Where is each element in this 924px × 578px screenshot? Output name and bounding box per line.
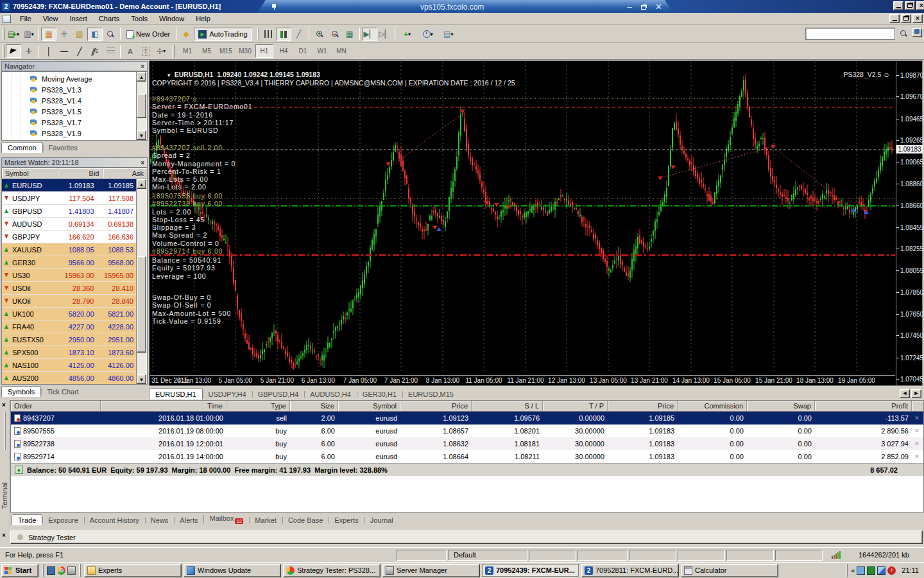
- search-icon[interactable]: [900, 30, 907, 39]
- timeframe-mn[interactable]: MN: [332, 44, 350, 58]
- chart-shift-button[interactable]: ▷▏: [377, 28, 393, 41]
- data-window-button[interactable]: ✛: [56, 28, 72, 41]
- navigator-item[interactable]: Moving Average: [2, 73, 135, 84]
- terminal-column-size[interactable]: Size: [290, 401, 338, 411]
- scroll-down-icon[interactable]: ▼: [137, 374, 146, 384]
- new-order-button[interactable]: + New Order: [123, 28, 174, 41]
- terminal-tab-news[interactable]: News: [145, 515, 175, 525]
- scroll-thumb[interactable]: [137, 94, 146, 118]
- vertical-line-button[interactable]: │: [41, 44, 56, 58]
- terminal-button[interactable]: ◧: [87, 28, 103, 41]
- navigator-item[interactable]: PS328_V1.7: [2, 117, 135, 128]
- menu-tools[interactable]: Tools: [126, 13, 153, 24]
- chart-plot[interactable]: ▼ EURUSD,H1 1.09240 1.09242 1.09145 1.09…: [150, 62, 895, 374]
- templates-button[interactable]: ▤▾: [438, 28, 459, 41]
- chart-tab-usdjpy-h4[interactable]: USDJPY,H4: [203, 389, 252, 399]
- terminal-tab-market[interactable]: Market: [249, 515, 282, 525]
- status-profile[interactable]: Default: [448, 550, 527, 561]
- candlestick-button[interactable]: [276, 28, 291, 41]
- terminal-column-tp[interactable]: T / P: [543, 401, 608, 411]
- terminal-tab-trade[interactable]: Trade: [12, 514, 42, 525]
- taskbar-button[interactable]: Calculator: [681, 564, 778, 577]
- column-symbol[interactable]: Symbol: [2, 168, 58, 178]
- timeframe-m1[interactable]: M1: [178, 44, 196, 58]
- community-button[interactable]: [912, 28, 922, 37]
- terminal-column-price[interactable]: Price: [400, 401, 472, 411]
- column-bid[interactable]: Bid: [58, 168, 103, 178]
- navigator-button[interactable]: ▨: [72, 28, 87, 41]
- text-button[interactable]: A: [123, 44, 138, 58]
- chart-tab-audusd-h4[interactable]: AUDUSD,H4: [304, 389, 357, 399]
- market-watch-row[interactable]: AUDUSD0.691340.69138: [2, 218, 137, 231]
- zoom-in-button[interactable]: +: [311, 28, 327, 41]
- periods-button[interactable]: ▾: [418, 28, 438, 41]
- terminal-tab-alerts[interactable]: Alerts: [174, 515, 203, 525]
- strategy-tester-button[interactable]: [103, 28, 118, 41]
- tray-icon-1[interactable]: [857, 566, 865, 575]
- order-row[interactable]: 894372072016.01.18 01:00:00sell2.00eurus…: [11, 412, 923, 425]
- crosshair-button[interactable]: ✛: [21, 44, 37, 58]
- search-input[interactable]: [805, 28, 895, 40]
- chart-close-button[interactable]: ×: [912, 14, 923, 23]
- market-watch-row[interactable]: GER309566.009568.00: [2, 256, 137, 269]
- menu-charts[interactable]: Charts: [94, 13, 124, 24]
- show-desktop-icon[interactable]: [47, 566, 55, 575]
- tab-favorites[interactable]: Favorites: [43, 143, 83, 153]
- timeframe-w1[interactable]: W1: [313, 44, 331, 58]
- order-row[interactable]: 895297142016.01.19 14:00:00buy6.00eurusd…: [11, 450, 923, 463]
- terminal-tab-account-history[interactable]: Account History: [84, 515, 145, 525]
- bar-chart-button[interactable]: [261, 28, 276, 41]
- menu-file[interactable]: File: [15, 13, 37, 24]
- timeframe-d1[interactable]: D1: [294, 44, 312, 58]
- taskbar-button[interactable]: Strategy Tester: PS328...: [283, 564, 381, 577]
- browser-icon[interactable]: [57, 566, 65, 575]
- market-watch-row[interactable]: GBPJPY166.620166.636: [2, 231, 137, 243]
- market-watch-row[interactable]: EURUSD1.091831.09185: [2, 179, 137, 192]
- market-watch-row[interactable]: EUSTX502950.002951.00: [2, 333, 137, 346]
- timeframe-h1[interactable]: H1: [255, 44, 273, 58]
- strategy-tester-label[interactable]: Strategy Tester: [28, 534, 76, 541]
- market-watch-row[interactable]: US3015963.0015965.00: [2, 269, 137, 282]
- metaeditor-button[interactable]: ◆: [178, 28, 194, 41]
- taskbar-button[interactable]: 270952439: FXCM-EUR...: [482, 564, 579, 577]
- terminal-tab-experts[interactable]: Experts: [329, 515, 364, 525]
- market-watch-row[interactable]: XAUUSD1088.051088.53: [2, 243, 137, 256]
- chart-tab-ger30-h1[interactable]: GER30,H1: [357, 389, 402, 399]
- indicators-button[interactable]: +▾: [397, 28, 418, 41]
- menu-insert[interactable]: Insert: [64, 13, 92, 24]
- market-watch-row[interactable]: UK1005820.005821.00: [2, 308, 137, 320]
- profiles-button[interactable]: ▥▾: [21, 28, 37, 41]
- chart-tab-gbpusd-h4[interactable]: GBPUSD,H4: [252, 389, 305, 399]
- market-watch-row[interactable]: AUS2004856.004860.00: [2, 372, 137, 385]
- rdp-minimize-button[interactable]: ─: [627, 3, 632, 11]
- market-watch-scrollbar[interactable]: ▲ ▼: [136, 179, 146, 384]
- chart-tab-eurusd-h1[interactable]: EURUSD,H1: [149, 389, 203, 399]
- taskbar-button[interactable]: Windows Update: [184, 564, 281, 577]
- terminal-column-sl[interactable]: S / L: [472, 401, 543, 411]
- tester-collapse-icon[interactable]: [17, 534, 23, 540]
- navigator-item[interactable]: PS328_V1.4: [2, 95, 135, 106]
- auto-scroll-button[interactable]: ▶▏: [362, 28, 377, 41]
- scroll-up-icon[interactable]: ▲: [137, 179, 146, 189]
- market-watch-row[interactable]: NAS1004125.004126.00: [2, 359, 137, 372]
- time-axis[interactable]: 31 Dec 20154 Jan 13:005 Jan 05:005 Jan 2…: [150, 375, 895, 386]
- chart-window-icon[interactable]: [3, 15, 11, 23]
- tab-symbols[interactable]: Symbols: [1, 386, 41, 397]
- market-watch-row[interactable]: USDJPY117.504117.508: [2, 192, 137, 205]
- tab-tick-chart[interactable]: Tick Chart: [41, 387, 85, 397]
- scroll-up-icon[interactable]: ▲: [137, 72, 146, 82]
- navigator-close-icon[interactable]: ×: [141, 63, 144, 70]
- terminal-close-icon[interactable]: ×: [2, 401, 6, 408]
- taskbar-button[interactable]: 270952811: FXCM-EURD...: [581, 564, 679, 577]
- menu-window[interactable]: Window: [154, 13, 189, 24]
- terminal-tab-journal[interactable]: Journal: [364, 515, 399, 525]
- menu-help[interactable]: Help: [191, 13, 216, 24]
- new-chart-button[interactable]: ▤+▾: [6, 28, 21, 41]
- terminal-column-time[interactable]: Time: [101, 401, 227, 411]
- timeframe-m30[interactable]: M30: [236, 44, 254, 58]
- market-watch-row[interactable]: UKOil28.79028.840: [2, 295, 137, 308]
- rdp-pin-icon[interactable]: [271, 4, 277, 10]
- timeframe-h4[interactable]: H4: [275, 44, 293, 58]
- tabs-scroll-right-icon[interactable]: ►: [911, 389, 921, 398]
- order-row[interactable]: 895075552016.01.19 08:00:00buy6.00eurusd…: [11, 425, 923, 437]
